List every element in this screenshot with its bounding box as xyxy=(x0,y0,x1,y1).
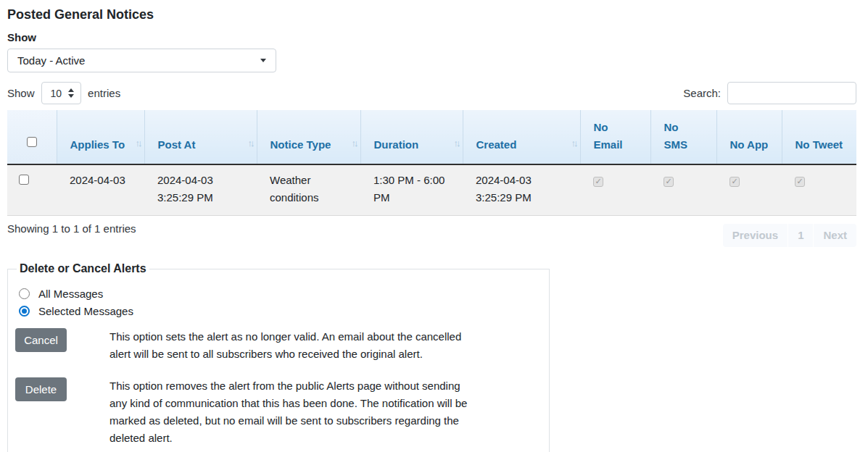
notice-type-cell: Weather conditions xyxy=(257,164,360,216)
column-header-created[interactable]: Created ↑↓ xyxy=(463,110,580,164)
table-footer: Showing 1 to 1 of 1 entries Previous 1 N… xyxy=(7,222,856,247)
no-app-cell: ✓ xyxy=(716,164,782,216)
column-header-no-tweet: No Tweet xyxy=(782,110,856,164)
previous-page-button[interactable]: Previous xyxy=(723,224,788,247)
delete-button[interactable]: Delete xyxy=(15,377,67,401)
sort-icons: ↑↓ xyxy=(136,135,141,152)
column-header-select-all: ✓ xyxy=(7,110,57,164)
no-tweet-cell: ✓ xyxy=(782,164,856,216)
notices-table: ✓ Applies To ↑↓ Post At ↑↓ Notice Type ↑… xyxy=(7,110,856,216)
sort-icons: ↑↓ xyxy=(248,135,253,152)
search-control: Search: xyxy=(683,82,856,104)
row-select-cell: ✓ xyxy=(7,164,57,216)
up-down-arrows-icon xyxy=(68,88,74,98)
no-tweet-checkbox: ✓ xyxy=(795,177,805,187)
sort-icons: ↑↓ xyxy=(571,135,576,152)
table-row: ✓ 2024-04-03 2024-04-03 3:25:29 PM Weath… xyxy=(7,164,856,216)
column-header-no-sms: No SMS xyxy=(650,110,716,164)
check-icon: ✓ xyxy=(731,177,737,185)
filter-selected-value: Today - Active xyxy=(17,54,85,67)
search-input[interactable] xyxy=(727,82,856,104)
delete-or-cancel-panel: Delete or Cancel Alerts All Messages Sel… xyxy=(7,262,550,452)
selected-messages-option[interactable]: Selected Messages xyxy=(19,305,542,317)
post-at-cell: 2024-04-03 3:25:29 PM xyxy=(144,164,257,216)
length-selected-value: 10 xyxy=(51,88,62,99)
length-suffix-label: entries xyxy=(88,87,120,99)
next-page-button[interactable]: Next xyxy=(813,224,856,247)
applies-to-cell: 2024-04-03 xyxy=(57,164,144,216)
page-title: Posted General Notices xyxy=(7,7,856,22)
all-messages-option[interactable]: All Messages xyxy=(19,288,542,300)
column-header-notice-type[interactable]: Notice Type ↑↓ xyxy=(257,110,360,164)
row-select-checkbox[interactable]: ✓ xyxy=(19,175,29,185)
panel-legend: Delete or Cancel Alerts xyxy=(17,262,149,275)
table-controls: Show 10 entries Search: xyxy=(7,82,856,104)
select-all-checkbox[interactable]: ✓ xyxy=(27,137,37,147)
pagination: Previous 1 Next xyxy=(723,224,856,247)
no-app-checkbox: ✓ xyxy=(729,177,740,187)
delete-description: This option removes the alert from the p… xyxy=(109,377,468,447)
delete-action-row: Delete This option removes the alert fro… xyxy=(15,377,542,447)
column-header-no-email: No Email xyxy=(580,110,650,164)
sort-icons: ↑↓ xyxy=(352,135,357,152)
check-icon: ✓ xyxy=(665,177,671,185)
column-header-no-app: No App xyxy=(716,110,782,164)
length-control: Show 10 entries xyxy=(7,82,120,104)
table-header-row: ✓ Applies To ↑↓ Post At ↑↓ Notice Type ↑… xyxy=(7,110,856,164)
caret-down-icon xyxy=(260,59,266,62)
filter-label: Show xyxy=(7,31,856,43)
all-messages-label: All Messages xyxy=(38,288,103,300)
selected-messages-label: Selected Messages xyxy=(38,305,133,317)
no-email-cell: ✓ xyxy=(580,164,650,216)
page-number-button[interactable]: 1 xyxy=(788,224,813,247)
entries-info: Showing 1 to 1 of 1 entries xyxy=(7,222,136,235)
cancel-action-row: Cancel This option sets the alert as no … xyxy=(15,328,542,363)
search-label: Search: xyxy=(683,87,721,99)
no-sms-checkbox: ✓ xyxy=(664,177,674,187)
sort-icons: ↑↓ xyxy=(454,135,459,152)
cancel-description: This option sets the alert as no longer … xyxy=(109,328,468,363)
check-icon: ✓ xyxy=(595,177,601,185)
created-cell: 2024-04-03 3:25:29 PM xyxy=(463,164,580,216)
column-header-post-at[interactable]: Post At ↑↓ xyxy=(144,110,257,164)
cancel-button[interactable]: Cancel xyxy=(15,328,67,352)
length-prefix-label: Show xyxy=(7,87,35,99)
no-sms-cell: ✓ xyxy=(650,164,716,216)
page: Posted General Notices Show Today - Acti… xyxy=(0,0,868,452)
all-messages-radio[interactable] xyxy=(19,288,30,299)
check-icon: ✓ xyxy=(796,177,803,185)
filter-dropdown[interactable]: Today - Active xyxy=(7,49,276,72)
no-email-checkbox: ✓ xyxy=(593,177,603,187)
column-header-duration[interactable]: Duration ↑↓ xyxy=(360,110,463,164)
duration-cell: 1:30 PM - 6:00 PM xyxy=(360,164,463,216)
entries-length-select[interactable]: 10 xyxy=(41,82,82,104)
column-header-applies-to[interactable]: Applies To ↑↓ xyxy=(57,110,144,164)
selected-messages-radio[interactable] xyxy=(19,306,30,317)
